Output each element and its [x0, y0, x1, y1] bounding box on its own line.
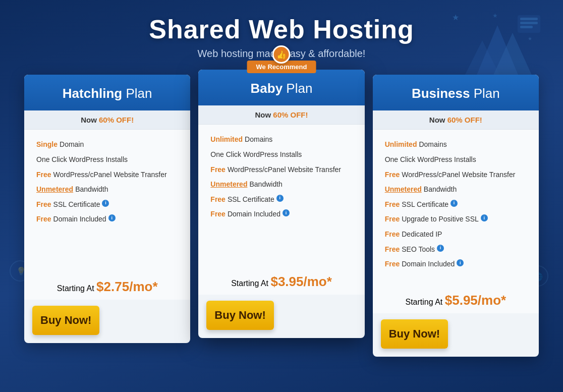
- plans-container: Hatchling Plan Now 60% OFF! Single Domai…: [20, 75, 543, 357]
- feature-highlight: Free: [385, 214, 400, 225]
- starting-text: Starting At: [231, 279, 270, 288]
- feature-highlight: Unlimited: [210, 135, 243, 145]
- feature-text: Bandwidth: [75, 185, 108, 195]
- feature-text: One Click WordPress Installs: [210, 150, 302, 160]
- feature-baby-5: Free SSL Certificatei: [210, 195, 352, 205]
- feature-text: Domain: [60, 140, 84, 150]
- feature-highlight: Unlimited: [385, 140, 417, 150]
- plan-hatchling: Hatchling Plan Now 60% OFF! Single Domai…: [24, 75, 190, 343]
- feature-hatchling-2: One Click WordPress Installs: [36, 155, 178, 165]
- buy-button-business[interactable]: Buy Now!: [381, 319, 448, 349]
- feature-text: Bandwidth: [424, 185, 457, 195]
- feature-hatchling-4: Unmetered Bandwidth: [36, 185, 178, 195]
- feature-baby-4: Unmetered Bandwidth: [210, 180, 352, 190]
- feature-business-4: Unmetered Bandwidth: [385, 185, 527, 195]
- feature-highlight: Free: [385, 245, 400, 255]
- buy-button-hatchling[interactable]: Buy Now!: [32, 306, 99, 335]
- page-wrapper: ★ ★ ★ 💡 🔍 🌐 💻 Shared Web Hosting Web hos…: [0, 0, 563, 392]
- pricing-baby: Starting At $3.95/mo*: [198, 266, 364, 295]
- page-title: Shared Web Hosting: [20, 15, 543, 44]
- feature-business-7: Free Dedicated IP: [385, 230, 527, 240]
- feature-text: WordPress/cPanel Website Transfer: [228, 165, 341, 175]
- feature-business-9: Free Domain Includedi: [385, 259, 527, 269]
- plan-name-rest-business: Plan: [470, 86, 499, 101]
- feature-text: Domain Included: [228, 209, 280, 219]
- feature-highlight: Free: [385, 230, 400, 240]
- feature-business-5: Free SSL Certificatei: [385, 200, 527, 210]
- feature-highlight: Free: [210, 195, 226, 205]
- info-icon-domain[interactable]: i: [108, 214, 116, 221]
- starting-text: Starting At: [57, 284, 96, 293]
- features-business: Unlimited Domains One Click WordPress In…: [373, 130, 539, 284]
- feature-business-3: Free WordPress/cPanel Website Transfer: [385, 170, 527, 180]
- price-amount-hatchling: $2.75/mo*: [96, 279, 157, 294]
- plan-card-baby: Baby Plan Now 60% OFF! Unlimited Domains…: [198, 70, 364, 338]
- feature-hatchling-6: Free Domain Includedi: [36, 214, 178, 225]
- feature-highlight: Free: [385, 259, 400, 269]
- plan-name-bold-business: Business: [412, 86, 470, 101]
- feature-highlight: Free: [210, 209, 226, 219]
- features-baby: Unlimited Domains One Click WordPress In…: [198, 125, 364, 266]
- feature-text: Domains: [245, 135, 272, 145]
- plan-business: Business Plan Now 60% OFF! Unlimited Dom…: [373, 75, 539, 357]
- feature-baby-2: One Click WordPress Installs: [210, 150, 352, 160]
- feature-highlight: Unmetered: [36, 185, 73, 195]
- feature-text: Dedicated IP: [402, 230, 442, 240]
- pricing-hatchling: Starting At $2.75/mo*: [24, 271, 190, 300]
- info-icon-ssl-business[interactable]: i: [451, 200, 458, 207]
- feature-highlight: Free: [385, 200, 400, 210]
- plan-name-rest-baby: Plan: [283, 81, 312, 96]
- info-icon-domain-baby[interactable]: i: [283, 209, 290, 216]
- info-icon-ssl[interactable]: i: [102, 200, 109, 207]
- info-icon-domain-business[interactable]: i: [457, 259, 464, 266]
- feature-text: Upgrade to Positive SSL: [402, 214, 479, 225]
- feature-hatchling-1: Single Domain: [36, 140, 178, 150]
- feature-text: SSL Certificate: [402, 200, 448, 210]
- feature-hatchling-3: Free WordPress/cPanel Website Transfer: [36, 170, 178, 180]
- plan-baby: 👍 We Recommend Baby Plan Now 60% OFF! Un…: [198, 70, 364, 338]
- price-amount-business: $5.95/mo*: [445, 293, 506, 308]
- plan-header-business: Business Plan: [373, 75, 539, 110]
- feature-highlight: Free: [385, 170, 400, 180]
- buy-button-baby[interactable]: Buy Now!: [206, 301, 273, 330]
- feature-text: SSL Certificate: [228, 195, 274, 205]
- plan-name-rest-hatchling: Plan: [122, 86, 152, 101]
- feature-business-1: Unlimited Domains: [385, 140, 527, 150]
- info-icon-ssl-baby[interactable]: i: [276, 195, 284, 202]
- feature-text: Bandwidth: [249, 180, 282, 190]
- feature-business-2: One Click WordPress Installs: [385, 155, 527, 165]
- feature-highlight: Free: [210, 165, 226, 175]
- info-icon-seo[interactable]: i: [437, 245, 444, 252]
- discount-bar-business: Now 60% OFF!: [373, 110, 539, 130]
- plan-name-bold-baby: Baby: [251, 81, 283, 96]
- feature-highlight: Free: [36, 200, 51, 210]
- feature-business-6: Free Upgrade to Positive SSLi: [385, 214, 527, 225]
- feature-highlight: Single: [36, 140, 58, 150]
- feature-business-8: Free SEO Toolsi: [385, 245, 527, 255]
- feature-hatchling-5: Free SSL Certificatei: [36, 200, 178, 210]
- feature-text: WordPress/cPanel Website Transfer: [402, 170, 515, 180]
- feature-baby-6: Free Domain Includedi: [210, 209, 352, 219]
- feature-text: One Click WordPress Installs: [36, 155, 128, 165]
- plan-name-bold-hatchling: Hatchling: [63, 86, 122, 101]
- info-icon-positive-ssl[interactable]: i: [481, 214, 488, 221]
- features-hatchling: Single Domain One Click WordPress Instal…: [24, 130, 190, 271]
- feature-text: Domain Included: [53, 214, 106, 225]
- feature-highlight: Unmetered: [210, 180, 247, 190]
- feature-text: Domains: [419, 140, 446, 150]
- plan-card-business: Business Plan Now 60% OFF! Unlimited Dom…: [373, 75, 539, 357]
- plan-name-baby: Baby Plan: [208, 81, 354, 96]
- feature-text: One Click WordPress Installs: [385, 155, 476, 165]
- plan-name-hatchling: Hatchling Plan: [34, 86, 180, 101]
- feature-text: WordPress/cPanel Website Transfer: [53, 170, 167, 180]
- starting-text: Starting At: [405, 298, 444, 306]
- discount-bar-hatchling: Now 60% OFF!: [24, 110, 190, 130]
- feature-baby-3: Free WordPress/cPanel Website Transfer: [210, 165, 352, 175]
- plan-header-baby: Baby Plan: [198, 70, 364, 105]
- price-amount-baby: $3.95/mo*: [270, 274, 331, 289]
- feature-baby-1: Unlimited Domains: [210, 135, 352, 145]
- plan-name-business: Business Plan: [383, 86, 529, 101]
- feature-highlight: Free: [36, 214, 51, 225]
- feature-highlight: Unmetered: [385, 185, 422, 195]
- feature-text: SSL Certificate: [53, 200, 100, 210]
